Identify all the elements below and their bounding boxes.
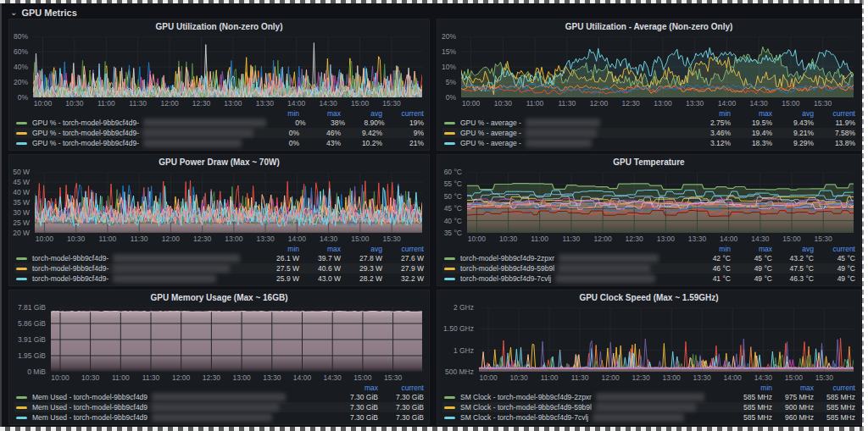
chart-plot[interactable] [51,307,422,372]
chart-plot[interactable] [33,36,422,97]
legend-label[interactable]: Mem Used - torch-model-9bb9cf4d9 [32,413,147,422]
dashboard-row-header[interactable]: ⌄ GPU Metrics [10,8,77,18]
panel-title[interactable]: GPU Temperature [437,157,860,167]
panel-title[interactable]: GPU Utilization (Non-zero Only) [9,22,429,31]
chart-plot[interactable] [35,172,422,233]
legend-label[interactable]: Mem Used - torch-model-9bb9cf4d9 [32,393,147,401]
grafana-panel: GPU Temperature 60 °C55 °C50 °C45 °C40 °… [437,154,861,286]
redacted-text [559,254,659,262]
legend-header-cell[interactable]: avg [772,245,814,253]
legend-value: 46 °C [689,264,731,273]
legend-header-cell[interactable]: min [258,109,299,118]
x-axis: 10:0010:3011:0011:3012:0012:3013:0013:30… [33,97,422,108]
legend-header-cell[interactable]: min [689,109,731,118]
y-tick-label: 50 W [13,168,30,176]
y-tick-label: 10% [442,63,456,71]
legend-label[interactable]: torch-model-9bb9cf4d9- [32,274,108,283]
legend-header-cell[interactable]: min [689,245,731,253]
legend-label[interactable]: SM Clock - torch-model-9bb9cf4d9-59b9l [460,403,592,412]
chart-plot[interactable] [461,36,854,97]
grafana-panel: GPU Power Draw (Max ~ 70W) 50 W45 W40 W3… [8,154,430,286]
panel-title[interactable]: GPU Clock Speed (Max ~ 1.59GHz) [437,293,860,302]
legend-value: 0% [258,129,299,137]
legend-header-cell[interactable]: current [382,109,424,118]
legend-value: 2.75% [689,119,731,127]
legend-header-cell[interactable]: avg [772,109,814,118]
chart-plot[interactable] [467,172,854,233]
legend-label[interactable]: SM Clock - torch-model-9bb9cf4d9-2zpxr [460,393,592,401]
legend-label[interactable]: SM Clock - torch-model-9bb9cf4d9-7cvlj [460,413,588,422]
legend-value: 49 °C [731,264,772,273]
legend-header-cell[interactable]: avg [341,109,382,118]
legend-label[interactable]: torch-model-9bb9cf4d9- [32,264,108,273]
legend-row: Mem Used - torch-model-9bb9cf4d97.30 GiB… [14,392,424,402]
legend-header-cell[interactable]: max [731,109,772,118]
legend-header-cell[interactable]: current [814,384,855,392]
legend-label[interactable]: GPU % - torch-model-9bb9cf4d9- [32,119,139,127]
legend-header-cell[interactable]: max [731,245,772,253]
legend-label[interactable]: GPU % - average - [460,139,521,147]
panel-title[interactable]: GPU Utilization - Average (Non-zero Only… [437,22,860,31]
legend-label[interactable]: torch-model-9bb9cf4d9-7cvlj [460,274,551,283]
legend-header-cell[interactable]: max [299,245,341,253]
legend-series-swatch [16,132,27,135]
legend-label[interactable]: GPU % - torch-model-9bb9cf4d9- [32,129,139,137]
y-tick-label: 1 GHz [453,346,474,355]
legend-label[interactable]: GPU % - average - [460,129,521,137]
x-tick-label: 14:00 [293,373,311,382]
legend-series-swatch [444,406,455,409]
legend-header-cell[interactable]: max [772,384,814,392]
legend-header-cell[interactable]: max [299,109,341,118]
x-tick-label: 15:00 [782,99,799,108]
legend-value: 47.5 °C [772,264,814,273]
legend-label[interactable]: GPU % - average - [460,119,521,127]
grafana-dashboard: ⌄ GPU Metrics GPU Utilization (Non-zero … [0,3,862,427]
legend-header-cell[interactable]: current [382,245,424,253]
legend-header-cell[interactable]: current [378,384,424,392]
chart-plot[interactable] [479,307,854,372]
redacted-text [559,264,650,273]
legend-series-swatch [444,278,455,280]
legend-value: 49 °C [814,264,855,273]
panel-title[interactable]: GPU Memory Usage (Max ~ 16GB) [9,293,429,302]
x-tick-label: 13:30 [688,235,706,243]
x-tick-label: 12:00 [601,373,619,382]
legend-value: 3.12% [689,139,731,147]
redacted-text [152,393,286,401]
legend-header-cell[interactable]: avg [341,245,382,253]
x-axis: 10:0010:3011:0011:3012:0012:3013:0013:30… [479,372,854,383]
y-tick-label: 5.86 GiB [18,319,46,328]
x-tick-label: 11:30 [129,99,147,108]
x-tick-label: 14:00 [724,373,742,382]
x-tick-label: 10:30 [81,373,99,382]
x-tick-label: 15:30 [814,99,832,108]
legend-value: 0% [266,119,305,127]
legend-header-cell[interactable]: current [814,109,855,118]
legend-label[interactable]: torch-model-9bb9cf4d9- [32,254,108,262]
legend-value: 46.3 °C [772,274,814,283]
y-tick-label: 20% [14,78,28,86]
legend-label[interactable]: GPU % - torch-model-9bb9cf4d9- [32,139,139,147]
x-tick-label: 15:30 [382,99,400,108]
legend-value: 45 °C [731,254,772,262]
x-tick-label: 13:00 [225,235,242,243]
x-tick-label: 14:30 [320,235,337,243]
legend-label[interactable]: torch-model-9bb9cf4d9-2zpxr [460,254,554,262]
legend-header-cell[interactable]: current [814,245,855,253]
panel-title[interactable]: GPU Power Draw (Max ~ 70W) [9,157,429,167]
legend-label[interactable]: Mem Used - torch-model-9bb9cf4d9 [32,403,147,412]
legend-label[interactable]: torch-model-9bb9cf4d9-59b9l [460,264,554,273]
legend-row: torch-model-9bb9cf4d9-2zpxr42 °C45 °C43.… [442,253,855,263]
x-tick-label: 12:30 [626,235,643,243]
legend-row: torch-model-9bb9cf4d9-59b9l46 °C49 °C47.… [442,263,855,274]
legend-series-swatch [16,278,27,280]
y-axis: 80%60%40%20%0% [9,36,33,97]
legend-header: minmaxavgcurrent [442,244,855,253]
page-right-margin [862,0,868,431]
legend-header-cell[interactable]: min [258,245,299,253]
legend-value: 25.9 W [258,274,299,283]
x-axis: 10:0010:3011:0011:3012:0012:3013:0013:30… [51,372,422,383]
legend-header-cell[interactable]: min [731,384,772,392]
x-tick-label: 13:30 [693,373,711,382]
legend-header-cell[interactable]: max [332,384,378,392]
